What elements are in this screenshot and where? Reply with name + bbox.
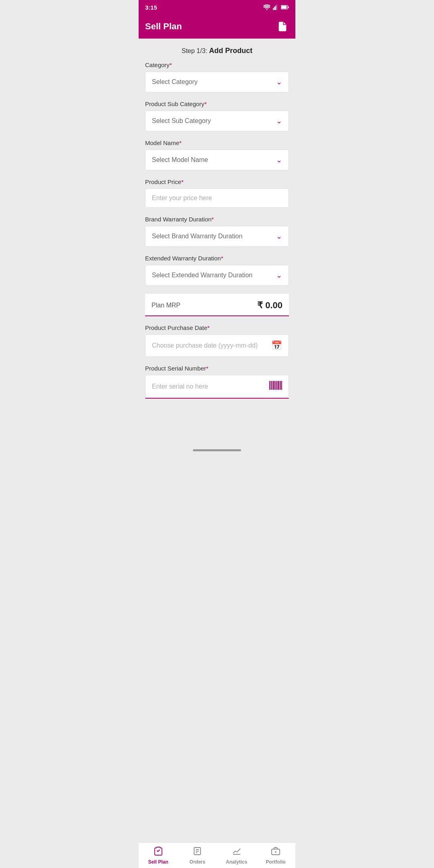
subcategory-arrow-icon: ⌄	[276, 117, 282, 125]
svg-rect-18	[279, 381, 280, 390]
svg-rect-13	[273, 381, 274, 390]
extended-warranty-dropdown[interactable]: Select Extended Warranty Duration ⌄	[145, 265, 289, 286]
subcategory-label: Product Sub Category*	[145, 100, 289, 107]
wifi-icon	[263, 4, 270, 10]
extended-warranty-label: Extended Warranty Duration*	[145, 255, 289, 262]
app-bar-title: Sell Plan	[145, 21, 182, 32]
svg-rect-14	[275, 381, 275, 390]
svg-rect-6	[288, 6, 289, 8]
svg-rect-4	[276, 4, 277, 10]
product-price-input[interactable]	[145, 188, 289, 208]
export-svg	[277, 21, 288, 32]
svg-rect-16	[277, 381, 277, 390]
subcategory-dropdown[interactable]: Select Sub Category ⌄	[145, 111, 289, 131]
purchase-date-label: Product Purchase Date*	[145, 324, 289, 331]
extended-warranty-arrow-icon: ⌄	[276, 271, 282, 280]
svg-rect-11	[271, 381, 272, 390]
home-indicator-bar	[193, 449, 241, 451]
brand-warranty-placeholder: Select Brand Warranty Duration	[152, 233, 242, 240]
svg-rect-15	[276, 381, 276, 390]
status-time: 3:15	[145, 4, 157, 11]
model-name-dropdown[interactable]: Select Model Name ⌄	[145, 149, 289, 170]
purchase-date-input[interactable]: Choose purchase date (yyyy-mm-dd) 📅	[145, 334, 289, 357]
purchase-date-placeholder: Choose purchase date (yyyy-mm-dd)	[152, 342, 258, 349]
brand-warranty-label: Brand Warranty Duration*	[145, 216, 289, 223]
plan-mrp-label: Plan MRP	[151, 302, 180, 309]
model-name-arrow-icon: ⌄	[276, 156, 282, 164]
product-price-group: Product Price*	[145, 178, 289, 208]
svg-rect-1	[273, 8, 274, 10]
battery-icon	[281, 5, 289, 10]
serial-number-group: Product Serial Number* Enter serial no h…	[145, 365, 289, 399]
category-label: Category*	[145, 61, 289, 68]
category-dropdown[interactable]: Select Category ⌄	[145, 72, 289, 92]
signal-icon	[273, 4, 278, 10]
plan-mrp-value: ₹ 0.00	[257, 300, 283, 311]
svg-rect-10	[270, 381, 271, 390]
status-icons	[263, 4, 289, 10]
product-price-label: Product Price*	[145, 178, 289, 185]
app-bar: Sell Plan	[139, 14, 295, 39]
export-icon[interactable]	[276, 20, 289, 33]
svg-rect-12	[272, 381, 273, 390]
svg-rect-20	[281, 381, 282, 390]
svg-rect-7	[281, 6, 287, 9]
step-action: Add Product	[209, 47, 252, 55]
step-header: Step 1/3: Add Product	[145, 39, 289, 61]
serial-number-placeholder: Enter serial no here	[152, 383, 208, 390]
svg-rect-3	[275, 6, 276, 10]
calendar-icon: 📅	[271, 340, 282, 351]
model-name-placeholder: Select Model Name	[152, 156, 208, 164]
main-content: Step 1/3: Add Product Category* Select C…	[139, 39, 295, 445]
svg-rect-9	[269, 381, 270, 390]
model-name-label: Model Name*	[145, 139, 289, 146]
barcode-icon	[269, 381, 282, 392]
plan-mrp-row: Plan MRP ₹ 0.00	[145, 294, 289, 316]
category-group: Category* Select Category ⌄	[145, 61, 289, 92]
home-indicator	[139, 445, 295, 455]
purchase-date-group: Product Purchase Date* Choose purchase d…	[145, 324, 289, 357]
extended-warranty-placeholder: Select Extended Warranty Duration	[152, 272, 252, 279]
serial-number-label: Product Serial Number*	[145, 365, 289, 372]
svg-rect-17	[278, 381, 279, 390]
brand-warranty-arrow-icon: ⌄	[276, 232, 282, 241]
category-arrow-icon: ⌄	[276, 78, 282, 86]
svg-point-0	[266, 9, 268, 10]
subcategory-group: Product Sub Category* Select Sub Categor…	[145, 100, 289, 131]
status-bar: 3:15	[139, 0, 295, 14]
subcategory-placeholder: Select Sub Category	[152, 117, 211, 125]
step-text: Step 1/3:	[182, 47, 207, 54]
svg-rect-2	[274, 7, 275, 10]
extended-warranty-group: Extended Warranty Duration* Select Exten…	[145, 255, 289, 286]
brand-warranty-dropdown[interactable]: Select Brand Warranty Duration ⌄	[145, 226, 289, 247]
category-placeholder: Select Category	[152, 78, 198, 86]
svg-rect-19	[280, 381, 281, 390]
serial-number-input-row[interactable]: Enter serial no here	[145, 375, 289, 399]
model-name-group: Model Name* Select Model Name ⌄	[145, 139, 289, 170]
brand-warranty-group: Brand Warranty Duration* Select Brand Wa…	[145, 216, 289, 247]
